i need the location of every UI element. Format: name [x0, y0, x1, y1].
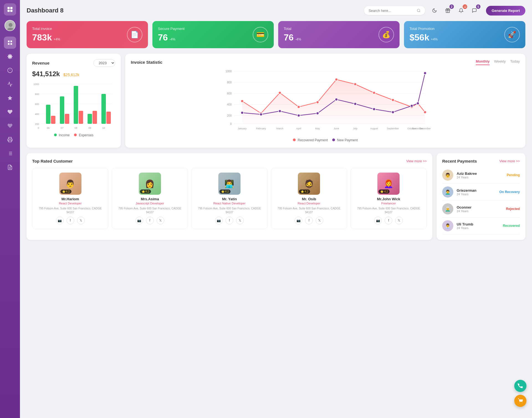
sidebar-item-document[interactable]	[4, 161, 16, 173]
customer-socials-4: 📷 f 𝕏	[354, 217, 423, 224]
stat-card-invoice: Total invoice 783k +4% 📄	[27, 21, 148, 48]
payment-age-0: 24 Years	[457, 176, 503, 179]
twitter-icon-1[interactable]: 𝕏	[157, 217, 164, 224]
invoice-chart: 1000 800 600 400 200 0	[131, 68, 520, 136]
customer-card-2: 👨‍💻 ⭐ 4.2 Mr. Yatin React Native Develop…	[191, 168, 267, 229]
stat-value-payment: 76	[158, 32, 168, 43]
revenue-amount: $41,512k	[32, 70, 60, 78]
twitter-icon-2[interactable]: 𝕏	[236, 217, 244, 224]
gift-icon-btn[interactable]: 2	[443, 6, 453, 16]
sidebar-item-settings[interactable]	[4, 50, 16, 63]
sidebar-item-info[interactable]	[4, 64, 16, 76]
payments-card: Recent Payments View more >> 👨 Aziz Bakr…	[437, 153, 525, 240]
stat-change-payment: -4%	[170, 37, 175, 41]
sidebar-item-star[interactable]	[4, 92, 16, 104]
sidebar-item-list[interactable]	[4, 147, 16, 160]
invoice-tabs: Monthly Weekly Today	[476, 59, 520, 65]
fab-cart[interactable]	[514, 395, 526, 407]
payment-status-3: Recovered	[503, 224, 520, 228]
revenue-legend: Income Expenses	[32, 133, 115, 137]
customer-role-2: React Native Developer	[195, 202, 264, 205]
legend-income: Income	[54, 133, 70, 137]
invoice-chart-svg: 1000 800 600 400 200 0	[131, 68, 520, 135]
tab-today[interactable]: Today	[510, 59, 520, 65]
stat-cards: Total invoice 783k +4% 📄 Secure Payment …	[27, 21, 525, 48]
payment-age-1: 24 Years	[457, 193, 496, 196]
svg-point-75	[392, 99, 394, 101]
twitter-icon-0[interactable]: 𝕏	[77, 217, 85, 224]
svg-text:200: 200	[35, 123, 39, 125]
payment-avatar-2: 👨‍🦳	[442, 203, 453, 214]
tab-weekly[interactable]: Weekly	[494, 59, 506, 65]
svg-point-79	[241, 111, 244, 114]
rating-badge-0: ⭐ 4.2	[60, 189, 71, 194]
svg-text:March: March	[276, 127, 283, 130]
svg-point-72	[335, 78, 338, 81]
fab-support[interactable]	[514, 380, 526, 392]
sidebar-item-dashboard[interactable]	[4, 37, 16, 49]
svg-rect-42	[65, 114, 69, 124]
payment-avatar-1: 👨‍🦱	[442, 186, 453, 198]
bell-icon-btn[interactable]: 12	[456, 6, 466, 16]
facebook-icon-2[interactable]: f	[226, 217, 233, 224]
revenue-chart: 1000 800 600 400 200 0	[32, 81, 115, 131]
payment-age-2: 24 Years	[457, 209, 503, 213]
instagram-icon-2[interactable]: 📷	[215, 217, 223, 224]
sidebar-item-heart2[interactable]	[4, 120, 16, 132]
instagram-icon-3[interactable]: 📷	[295, 217, 302, 224]
sidebar-item-printer[interactable]	[4, 134, 16, 146]
payment-name-0: Aziz Bakree	[457, 171, 503, 176]
instagram-icon-4[interactable]: 📷	[374, 217, 382, 224]
facebook-icon-0[interactable]: f	[66, 217, 74, 224]
customers-title: Top Rated Customer	[32, 159, 73, 163]
facebook-icon-1[interactable]: f	[146, 217, 154, 224]
customer-socials-1: 📷 f 𝕏	[115, 217, 184, 224]
sidebar-item-heart1[interactable]	[4, 106, 16, 118]
theme-toggle[interactable]	[429, 6, 439, 16]
customer-role-1: Javascript Developer	[115, 202, 184, 205]
invoice-legend: Recovered Payment New Payment	[131, 138, 520, 142]
svg-text:08: 08	[75, 127, 77, 129]
svg-rect-39	[46, 105, 50, 124]
svg-point-74	[373, 91, 375, 94]
facebook-icon-4[interactable]: f	[385, 217, 392, 224]
sidebar-item-analytics[interactable]	[4, 78, 16, 90]
instagram-icon-0[interactable]: 📷	[56, 217, 64, 224]
svg-rect-9	[8, 43, 10, 45]
tab-monthly[interactable]: Monthly	[476, 59, 490, 65]
instagram-icon-1[interactable]: 📷	[135, 217, 143, 224]
payments-view-more[interactable]: View more >>	[499, 159, 520, 163]
customers-view-more[interactable]: View more >>	[406, 159, 427, 163]
customer-avatar-1: 👩 ⭐ 4.2	[139, 173, 161, 195]
payment-info-2: Oconner 24 Years	[457, 205, 503, 213]
search-input[interactable]	[369, 9, 415, 13]
chat-icon-btn[interactable]: 5	[469, 6, 479, 16]
svg-text:May: May	[315, 127, 320, 130]
stat-value-promo: $56k	[410, 32, 429, 43]
generate-report-button[interactable]: Generate Report	[486, 6, 525, 16]
invoice-title: Invoice Statistic	[131, 60, 162, 65]
customer-name-3: Mr. Osib	[275, 197, 344, 201]
avatar[interactable]	[4, 20, 16, 31]
twitter-icon-4[interactable]: 𝕏	[395, 217, 403, 224]
facebook-icon-3[interactable]: f	[305, 217, 313, 224]
svg-text:1000: 1000	[226, 70, 232, 73]
svg-marker-14	[8, 96, 12, 100]
customer-role-3: React Developer	[275, 202, 344, 205]
payments-title: Recent Payments	[442, 159, 477, 163]
customer-name-0: Mr.Hariom	[36, 197, 105, 201]
new-payment-dot	[332, 139, 335, 141]
svg-text:0: 0	[38, 127, 39, 129]
sidebar-logo[interactable]	[4, 3, 16, 16]
stat-value-invoice: 783k	[32, 32, 52, 43]
svg-rect-8	[11, 41, 12, 42]
svg-rect-15	[9, 140, 11, 142]
year-select[interactable]: 2023 2022 2021	[93, 59, 115, 67]
svg-text:July: July	[353, 127, 358, 130]
svg-point-86	[373, 108, 375, 111]
search-bar[interactable]	[364, 6, 425, 15]
payment-item-2: 👨‍🦳 Oconner 24 Years Rejected	[442, 201, 520, 217]
payment-name-1: Griezerman	[457, 188, 496, 193]
stat-label-invoice: Total invoice	[32, 27, 142, 31]
twitter-icon-3[interactable]: 𝕏	[316, 217, 323, 224]
